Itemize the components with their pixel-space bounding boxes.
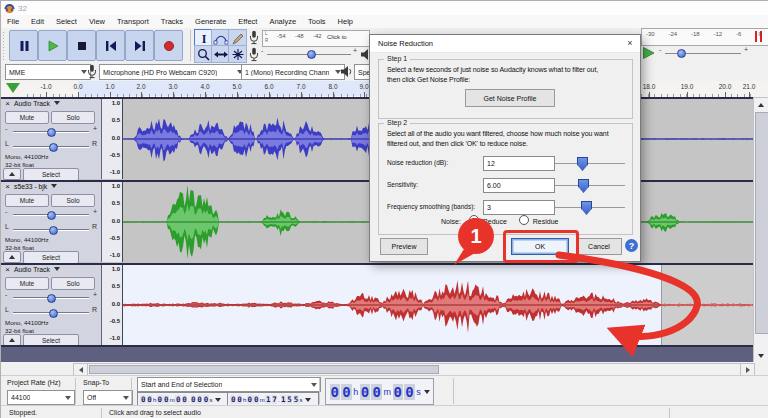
time-format-arrow-icon[interactable] (424, 390, 430, 394)
playback-meter[interactable]: -30-24-18-12-60 (641, 28, 768, 46)
play-at-speed-icon[interactable] (641, 46, 656, 60)
solo-button[interactable]: Solo (51, 277, 95, 290)
help-button[interactable]: ? (625, 239, 638, 252)
recording-channels-combo[interactable]: 1 (Mono) Recording Chann (241, 64, 345, 80)
project-rate-label: Project Rate (Hz) (7, 379, 61, 386)
residue-radio-label[interactable]: Residue (533, 218, 559, 225)
preview-button[interactable]: Preview (380, 238, 428, 255)
frequency-smoothing-slider[interactable] (555, 200, 625, 214)
gain-thumb[interactable] (47, 294, 56, 303)
menu-analyze[interactable]: Analyze (263, 15, 302, 28)
track-name-menu[interactable]: Audio Track (14, 100, 60, 107)
solo-button[interactable]: Solo (51, 194, 95, 207)
skip-to-start-button[interactable] (96, 30, 125, 61)
time-format-arrow-icon[interactable] (305, 398, 311, 402)
amplitude-label: -1.0 (110, 252, 120, 258)
reduce-radio[interactable] (469, 215, 479, 225)
menu-effect[interactable]: Effect (232, 15, 263, 28)
menu-file[interactable]: File (1, 15, 25, 28)
track-name-menu[interactable]: s5e33 - bjk (14, 183, 57, 190)
track-close-button[interactable]: × (3, 183, 12, 192)
mute-button[interactable]: Mute (5, 277, 49, 290)
pan-thumb[interactable] (49, 309, 58, 318)
vertical-scrollbar[interactable] (753, 97, 768, 364)
meter-right-label: R (265, 39, 268, 44)
play-button[interactable] (38, 30, 67, 61)
time-format-arrow-icon[interactable] (215, 398, 221, 402)
pan-slider[interactable]: LR (5, 222, 97, 234)
scroll-down-button[interactable] (754, 349, 768, 362)
noise-reduction-db-slider[interactable] (555, 156, 625, 170)
get-noise-profile-button[interactable]: Get Noise Profile (465, 89, 555, 107)
play-at-speed-thumb[interactable] (677, 49, 686, 58)
menu-help[interactable]: Help (332, 15, 359, 28)
gain-slider[interactable]: -+ (5, 124, 97, 136)
menu-transport[interactable]: Transport (111, 15, 155, 28)
audio-position-display[interactable]: 00h00m00s (325, 378, 434, 405)
residue-radio[interactable] (519, 215, 529, 225)
waveform[interactable] (123, 265, 753, 345)
record-meter-mic-icon[interactable] (248, 30, 260, 45)
project-rate-combo[interactable]: 44100 (7, 390, 75, 405)
timeline-pin-button[interactable] (6, 83, 20, 93)
time-unit: s (416, 387, 421, 397)
pan-thumb[interactable] (49, 226, 58, 235)
record-button[interactable] (154, 30, 183, 61)
pan-slider[interactable]: LR (5, 305, 97, 317)
noise-reduction-db-slider-thumb[interactable] (577, 157, 588, 171)
track-name-menu[interactable]: Audio Track (14, 266, 60, 273)
sensitivity-slider-thumb[interactable] (578, 179, 589, 193)
play-at-speed-slider[interactable] (665, 47, 741, 59)
solo-button[interactable]: Solo (51, 111, 95, 124)
menu-edit[interactable]: Edit (25, 15, 50, 28)
pan-left: L (5, 306, 9, 313)
time-digit: 0 (163, 395, 169, 404)
dialog-close-button[interactable]: × (620, 35, 640, 52)
multi-tool-button[interactable] (228, 45, 247, 63)
pan-slider[interactable]: LR (5, 139, 97, 151)
pan-thumb[interactable] (49, 143, 58, 152)
toolbar-grip[interactable] (2, 31, 6, 60)
menu-tracks[interactable]: Tracks (155, 15, 189, 28)
gain-slider[interactable]: -+ (5, 290, 97, 302)
frequency-smoothing-slider-thumb[interactable] (581, 201, 592, 215)
recording-volume-slider[interactable] (267, 48, 351, 60)
recording-volume-thumb[interactable] (307, 50, 316, 59)
pan-right: R (92, 223, 97, 230)
track-close-button[interactable]: × (3, 266, 12, 275)
audio-host-combo[interactable]: MME (5, 64, 91, 80)
sensitivity-slider[interactable] (555, 178, 625, 192)
time-digit: 0 (404, 384, 414, 400)
collapse-button[interactable] (3, 251, 21, 263)
menu-select[interactable]: Select (50, 15, 83, 28)
ok-button[interactable]: OK (511, 238, 569, 255)
gain-thumb[interactable] (47, 128, 56, 137)
frequency-smoothing-input[interactable]: 3 (483, 200, 555, 215)
waveform-area[interactable] (123, 265, 753, 345)
vertical-scroll-thumb[interactable] (755, 112, 768, 334)
gain-slider[interactable]: -+ (5, 207, 97, 219)
menu-view[interactable]: View (83, 15, 111, 28)
sensitivity-input[interactable]: 6.00 (483, 178, 555, 193)
stop-button[interactable] (67, 30, 96, 61)
playback-meter-scale-label: -12 (714, 31, 723, 37)
selection-mode-combo[interactable]: Start and End of Selection (137, 377, 321, 392)
menu-generate[interactable]: Generate (189, 15, 232, 28)
noise-reduction-db-input[interactable]: 12 (483, 156, 555, 171)
reduce-radio-label[interactable]: Reduce (483, 218, 507, 225)
menu-tools[interactable]: Tools (302, 15, 332, 28)
recording-device-combo[interactable]: Microphone (HD Pro Webcam C920) (99, 64, 247, 80)
recording-meter[interactable]: L R Click to -54-48-42 (262, 30, 370, 47)
pause-button[interactable] (9, 30, 38, 61)
horizontal-scroll-thumb[interactable] (89, 365, 439, 374)
mute-button[interactable]: Mute (5, 111, 49, 124)
snap-to-combo[interactable]: Off (83, 390, 133, 405)
collapse-button[interactable] (3, 168, 21, 180)
dialog-title-bar[interactable]: Noise Reduction × (370, 35, 640, 53)
skip-to-end-button[interactable] (125, 30, 154, 61)
cancel-button[interactable]: Cancel (576, 238, 622, 255)
mute-button[interactable]: Mute (5, 194, 49, 207)
scroll-up-button[interactable] (754, 98, 768, 111)
track-close-button[interactable]: × (3, 100, 12, 109)
gain-thumb[interactable] (47, 211, 56, 220)
